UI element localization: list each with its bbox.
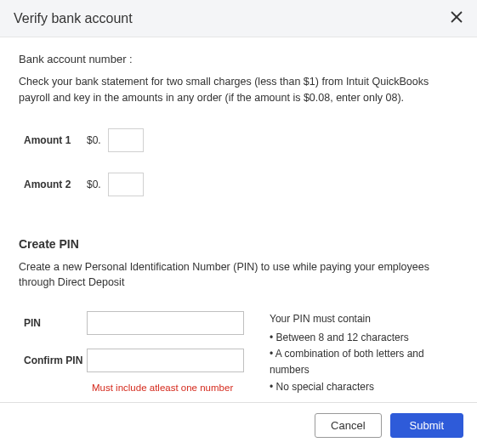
dialog-title: Verify bank account	[14, 11, 133, 26]
amount1-input[interactable]	[108, 128, 144, 152]
amount1-prefix: $0.	[87, 134, 101, 146]
pin-area: PIN Confirm PIN Must include atleast one…	[19, 311, 458, 395]
amount2-label: Amount 2	[19, 179, 87, 190]
pin-requirements: Your PIN must contain • Between 8 and 12…	[270, 311, 458, 395]
pin-row: PIN	[19, 311, 244, 335]
pin-req-3: • No special characters	[270, 379, 458, 395]
dialog-content: Bank account number : Check your bank st…	[0, 37, 477, 404]
amount2-input[interactable]	[108, 173, 144, 196]
amount2-prefix: $0.	[87, 179, 101, 190]
amount1-label: Amount 1	[19, 134, 87, 146]
amount1-row: Amount 1 $0.	[19, 128, 458, 152]
submit-button[interactable]: Submit	[390, 413, 463, 438]
pin-error-message: Must include atleast one number	[92, 383, 244, 393]
pin-req-2: • A combination of both letters and numb…	[270, 346, 458, 378]
pin-requirements-title: Your PIN must contain	[270, 313, 458, 325]
amount2-row: Amount 2 $0.	[19, 173, 458, 196]
confirm-pin-input[interactable]	[87, 349, 244, 372]
dialog-header: Verify bank account	[0, 0, 477, 37]
pin-label: PIN	[19, 317, 87, 329]
pin-input[interactable]	[87, 311, 244, 335]
bank-account-label: Bank account number :	[19, 53, 458, 65]
confirm-pin-label: Confirm PIN	[19, 354, 87, 366]
cancel-button[interactable]: Cancel	[315, 413, 381, 438]
create-pin-heading: Create PIN	[19, 237, 458, 251]
pin-req-1: • Between 8 and 12 characters	[270, 330, 458, 346]
pin-fields: PIN Confirm PIN Must include atleast one…	[19, 311, 244, 395]
dialog-footer: Cancel Submit	[0, 402, 477, 448]
bank-instruction: Check your bank statement for two small …	[19, 74, 458, 106]
close-icon	[450, 10, 463, 26]
close-button[interactable]	[450, 10, 463, 26]
pin-instruction: Create a new Personal Identification Num…	[19, 259, 458, 292]
confirm-pin-row: Confirm PIN	[19, 349, 244, 372]
